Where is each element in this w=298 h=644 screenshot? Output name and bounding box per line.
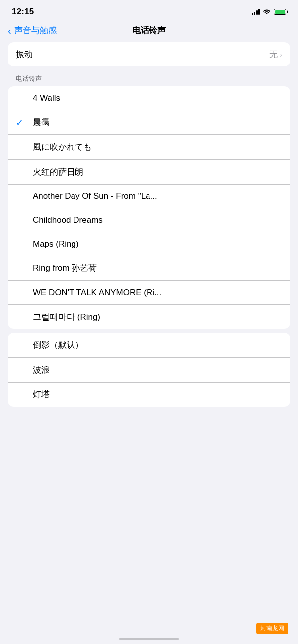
back-button[interactable]: ‹ 声音与触感 [8,25,57,36]
battery-icon [274,9,286,15]
nav-bar: ‹ 声音与触感 电话铃声 [0,21,298,42]
checkmark-icon: ✓ [16,117,31,128]
ringtone-name: 火红的萨日朗 [16,166,282,178]
status-icons [252,8,287,16]
watermark: 河南龙网 [256,623,288,634]
list-item[interactable]: Another Day Of Sun - From "La... [8,185,290,208]
ringtone-name: 倒影（默认） [16,339,282,351]
status-time: 12:15 [12,7,34,17]
list-item[interactable]: WE DON'T TALK ANYMORE (Ri... [8,281,290,305]
list-item[interactable]: ✓ 晨霭 [8,110,290,135]
ringtone-name: Another Day Of Sun - From "La... [16,192,282,201]
list-item[interactable]: 火红的萨日朗 [8,160,290,185]
default-ringtone-list: 倒影（默认） 波浪 灯塔 [8,333,290,407]
ringtone-name: 晨霭 [31,117,282,128]
page-title: 电话铃声 [132,25,166,36]
list-item[interactable]: 風に吹かれても [8,135,290,160]
status-bar: 12:15 [0,0,298,21]
list-item[interactable]: Childhood Dreams [8,208,290,232]
ringtone-list: 4 Walls ✓ 晨霭 風に吹かれても 火红的萨日朗 Another Day … [8,86,290,329]
wifi-icon [263,8,271,16]
chevron-right-icon: › [280,51,282,59]
vibration-label: 振动 [16,49,33,60]
ringtone-name: 風に吹かれても [16,141,282,153]
vibration-row[interactable]: 振动 无 › [8,42,290,66]
ringtone-name: Maps (Ring) [16,239,282,249]
ringtone-name: 灯塔 [16,389,282,400]
ringtone-name: 그럴때마다 (Ring) [16,311,282,322]
ringtone-name: Ring from 孙艺荷 [16,262,282,274]
vibration-current-value: 无 [269,49,278,60]
ringtone-name: 4 Walls [16,93,282,103]
list-item[interactable]: 灯塔 [8,383,290,407]
list-item[interactable]: 그럴때마다 (Ring) [8,305,290,329]
list-item[interactable]: 波浪 [8,358,290,383]
ringtone-name: WE DON'T TALK ANYMORE (Ri... [16,288,282,298]
vibration-section: 振动 无 › [8,42,290,66]
home-indicator [119,638,179,640]
list-item[interactable]: 倒影（默认） [8,333,290,358]
list-item[interactable]: Ring from 孙艺荷 [8,256,290,281]
ringtone-name: Childhood Dreams [16,215,282,225]
section-label: 电话铃声 [0,70,298,86]
list-item[interactable]: Maps (Ring) [8,232,290,256]
back-label: 声音与触感 [14,25,57,36]
list-item[interactable]: 4 Walls [8,86,290,110]
signal-icon [252,9,260,15]
ringtone-name: 波浪 [16,364,282,376]
vibration-value: 无 › [269,49,282,60]
chevron-left-icon: ‹ [8,26,11,36]
